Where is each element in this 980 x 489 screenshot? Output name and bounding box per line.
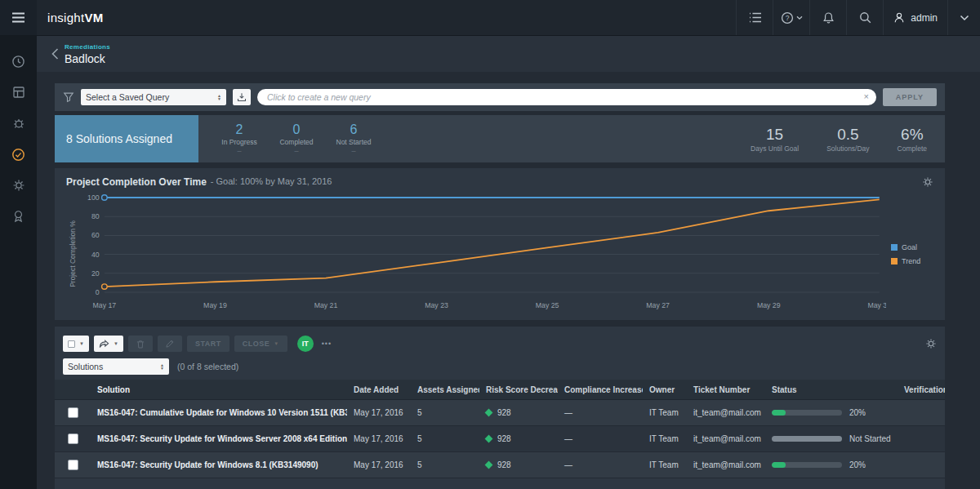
selection-summary: (0 of 8 selected) xyxy=(177,362,238,371)
notifications-button[interactable] xyxy=(809,0,846,35)
select-all-dropdown[interactable]: ▼ xyxy=(63,336,89,352)
help-menu-button[interactable]: ? xyxy=(773,0,809,35)
row-checkbox[interactable] xyxy=(68,460,78,470)
metric-percent-complete: 6% Complete xyxy=(898,126,927,153)
column-header[interactable]: Ticket Number xyxy=(687,385,765,394)
cell-risk-score-decrease: 928 xyxy=(479,426,558,451)
counter-completed[interactable]: 0 Completed – xyxy=(278,122,314,155)
chart-settings-button[interactable] xyxy=(922,176,933,188)
metric-value: 6% xyxy=(898,126,927,144)
user-name-label: admin xyxy=(911,12,938,24)
share-arrow-icon xyxy=(99,340,109,349)
cell-solution[interactable]: MS16-047: Security Update for Windows 8.… xyxy=(91,452,347,478)
column-header[interactable]: Status xyxy=(765,385,898,394)
chevron-left-icon xyxy=(51,48,59,60)
new-query-input[interactable] xyxy=(257,89,876,105)
chevron-down-icon xyxy=(960,15,969,21)
delete-button[interactable] xyxy=(128,336,153,352)
table-row: MS16-047: Security Update for Windows Se… xyxy=(55,426,945,452)
save-query-button[interactable] xyxy=(233,89,251,105)
cell-compliance-increase: — xyxy=(558,400,643,425)
progress-bar xyxy=(772,462,842,468)
row-select-cell xyxy=(55,400,91,425)
app-logo[interactable]: insightVM xyxy=(37,0,104,35)
column-header[interactable]: Risk Score Decrease xyxy=(479,385,558,394)
chart-body: Project Completion % 020406080100May 17M… xyxy=(66,191,933,317)
column-header[interactable]: Solution xyxy=(91,385,347,394)
saved-query-select[interactable]: Select a Saved Query ▲▼ xyxy=(81,89,226,105)
cell-risk-score-decrease: 928 xyxy=(479,452,558,478)
back-button[interactable] xyxy=(45,42,65,66)
view-select[interactable]: Solutions ▲▼ xyxy=(63,358,169,375)
metric-label: Complete xyxy=(898,144,927,153)
row-checkbox[interactable] xyxy=(68,407,78,418)
cell-status: 20% xyxy=(765,400,898,425)
counter-in-progress[interactable]: 2 In Progress – xyxy=(221,122,257,155)
risk-decrease-icon xyxy=(485,409,493,417)
column-header[interactable]: Date Added xyxy=(347,385,411,394)
row-checkbox[interactable] xyxy=(68,433,78,444)
chart-legend: Goal Trend xyxy=(886,191,933,317)
cell-status: Not Started xyxy=(765,426,898,451)
select-spinner-icon: ▲▼ xyxy=(217,94,221,100)
start-button[interactable]: START xyxy=(187,336,229,352)
table-settings-button[interactable] xyxy=(925,338,937,349)
menu-toggle-button[interactable] xyxy=(0,0,37,35)
svg-text:May 21: May 21 xyxy=(314,301,338,309)
cell-compliance-increase: — xyxy=(558,426,643,451)
cell-solution[interactable]: MS16-047: Security Update for Windows Se… xyxy=(91,426,347,451)
goal-metrics: 15 Days Until Goal 0.5 Solutions/Day 6% … xyxy=(751,115,945,162)
chart-header: Project Completion Over Time - Goal: 100… xyxy=(66,176,933,188)
column-header[interactable]: Owner xyxy=(643,385,687,394)
sidebar-item-dashboards[interactable] xyxy=(0,77,37,108)
chevron-down-icon: ▼ xyxy=(114,341,118,346)
column-header[interactable]: Assets Assigned xyxy=(411,385,479,394)
award-icon xyxy=(12,210,24,223)
cell-owner: IT Team xyxy=(643,400,687,425)
search-button[interactable] xyxy=(846,0,883,35)
cell-solution[interactable]: MS16-047: Cumulative Update for Windows … xyxy=(91,400,347,425)
owner-avatar-badge[interactable]: IT xyxy=(297,336,314,352)
user-menu[interactable]: admin xyxy=(883,0,947,35)
user-icon xyxy=(893,11,905,24)
column-header[interactable]: Compliance Increase xyxy=(558,385,643,394)
completion-chart-svg: 020406080100May 17May 19May 21May 23May … xyxy=(79,191,886,313)
top-navbar: insightVM ? xyxy=(0,0,980,36)
cell-verification xyxy=(898,400,945,425)
legend-item-goal[interactable]: Goal xyxy=(891,243,933,251)
svg-text:May 23: May 23 xyxy=(425,301,448,309)
list-menu-button[interactable] xyxy=(736,0,773,35)
counter-not-started[interactable]: 6 Not Started – xyxy=(336,122,372,155)
cell-status: 20% xyxy=(765,452,898,478)
left-sidebar xyxy=(0,36,37,489)
close-dropdown-button[interactable]: CLOSE ▼ xyxy=(234,336,287,352)
chevron-down-icon: ▼ xyxy=(274,341,278,346)
column-header[interactable]: Verification xyxy=(898,385,945,394)
clear-query-button[interactable]: × xyxy=(863,91,868,102)
cell-date-added: May 17, 2016 xyxy=(347,452,411,478)
cell-verification xyxy=(898,452,945,478)
sidebar-item-automation[interactable] xyxy=(0,170,37,201)
svg-text:May 27: May 27 xyxy=(646,301,670,309)
more-options-button[interactable]: ••• xyxy=(322,340,332,348)
legend-item-trend[interactable]: Trend xyxy=(891,257,933,265)
solutions-assigned-box[interactable]: 8 Solutions Assigned xyxy=(55,115,198,162)
breadcrumb-section[interactable]: Remediations xyxy=(65,43,110,51)
status-label: 20% xyxy=(849,408,866,417)
sidebar-item-history[interactable] xyxy=(0,46,37,77)
edit-button[interactable] xyxy=(158,336,182,352)
cell-assets-assigned: 5 xyxy=(411,400,479,425)
cell-ticket-number: it_team@mail.com xyxy=(687,400,765,425)
cell-verification xyxy=(898,426,945,451)
status-label: Not Started xyxy=(849,434,891,443)
sidebar-item-goals[interactable] xyxy=(0,201,37,232)
main-area: Remediations Badlock Select a Saved Quer… xyxy=(37,36,980,489)
project-stats-band: 8 Solutions Assigned 2 In Progress – 0 C… xyxy=(55,115,945,162)
assign-dropdown[interactable]: ▼ xyxy=(94,336,123,352)
sidebar-item-threats[interactable] xyxy=(0,108,37,139)
sidebar-item-remediation-projects[interactable] xyxy=(0,139,37,170)
close-icon: × xyxy=(863,91,868,101)
user-menu-caret-button[interactable] xyxy=(947,0,980,35)
gear-icon xyxy=(922,176,933,188)
apply-button[interactable]: APPLY xyxy=(883,88,937,106)
